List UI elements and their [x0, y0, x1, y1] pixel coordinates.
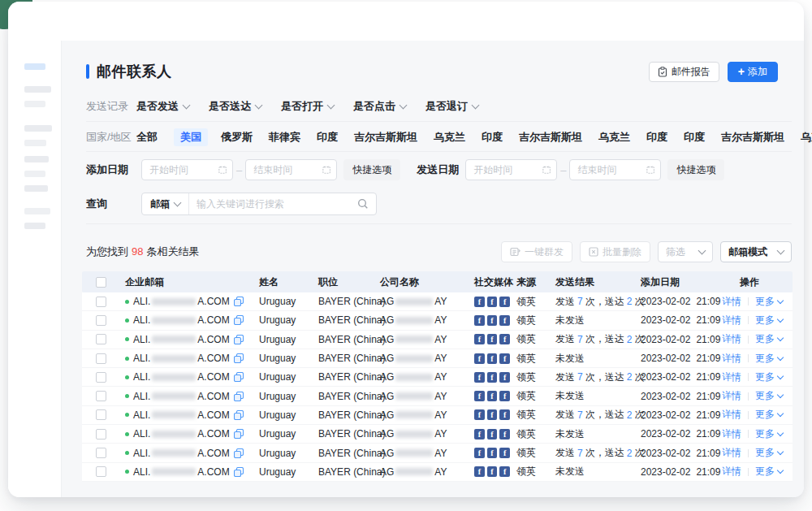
more-link[interactable]: 更多: [755, 465, 783, 479]
row-checkbox[interactable]: [96, 409, 106, 420]
send-filter-dropdown[interactable]: 是否点击: [353, 99, 406, 114]
detail-link[interactable]: 详情: [722, 389, 741, 403]
facebook-icon[interactable]: f: [499, 409, 510, 420]
sidebar-item-skeleton[interactable]: [24, 208, 50, 214]
facebook-icon[interactable]: f: [474, 297, 485, 307]
send-filter-dropdown[interactable]: 是否打开: [281, 99, 334, 114]
add-date-end-input[interactable]: [245, 159, 337, 180]
copy-icon[interactable]: [234, 448, 244, 458]
detail-link[interactable]: 详情: [722, 295, 741, 309]
country-option[interactable]: 吉尔吉斯斯坦: [721, 130, 784, 145]
facebook-icon[interactable]: f: [499, 448, 510, 458]
facebook-icon[interactable]: f: [487, 448, 498, 458]
row-checkbox[interactable]: [96, 448, 106, 458]
facebook-icon[interactable]: f: [487, 429, 498, 440]
copy-icon[interactable]: [234, 315, 244, 325]
facebook-icon[interactable]: f: [487, 409, 498, 420]
detail-link[interactable]: 详情: [722, 332, 741, 346]
country-option[interactable]: 美国: [174, 128, 208, 146]
facebook-icon[interactable]: f: [474, 466, 485, 477]
search-icon[interactable]: [357, 198, 369, 210]
country-option[interactable]: 吉尔吉斯斯坦: [354, 130, 417, 145]
sidebar-item-skeleton[interactable]: [24, 101, 45, 107]
sidebar-item-skeleton[interactable]: [24, 86, 51, 93]
facebook-icon[interactable]: f: [487, 391, 498, 401]
copy-icon[interactable]: [234, 335, 244, 344]
facebook-icon[interactable]: f: [499, 297, 510, 307]
more-link[interactable]: 更多: [755, 408, 783, 422]
sidebar-item-skeleton[interactable]: [24, 140, 46, 146]
copy-icon[interactable]: [234, 392, 244, 401]
facebook-icon[interactable]: f: [499, 466, 510, 477]
country-option[interactable]: 全部: [136, 130, 158, 145]
copy-icon[interactable]: [234, 372, 244, 382]
copy-icon[interactable]: [234, 353, 244, 363]
copy-icon[interactable]: [234, 297, 244, 306]
facebook-icon[interactable]: f: [474, 409, 485, 420]
country-option[interactable]: 印度: [482, 130, 503, 145]
facebook-icon[interactable]: f: [474, 334, 485, 344]
mail-report-button[interactable]: 邮件报告: [649, 62, 719, 82]
row-checkbox[interactable]: [96, 315, 106, 326]
row-checkbox[interactable]: [96, 466, 106, 477]
send-filter-dropdown[interactable]: 是否发送: [136, 99, 189, 114]
sidebar-item-skeleton[interactable]: [24, 185, 48, 192]
send-date-end-input[interactable]: [569, 159, 661, 180]
facebook-icon[interactable]: f: [474, 429, 485, 440]
sidebar-item-skeleton[interactable]: [24, 171, 45, 177]
send-date-quick-options-button[interactable]: 快捷选项: [667, 159, 724, 180]
detail-link[interactable]: 详情: [722, 370, 741, 384]
country-option[interactable]: 印度: [684, 130, 705, 145]
facebook-icon[interactable]: f: [499, 334, 510, 344]
detail-link[interactable]: 详情: [722, 446, 741, 460]
facebook-icon[interactable]: f: [487, 315, 498, 326]
copy-icon[interactable]: [234, 429, 244, 439]
more-link[interactable]: 更多: [755, 370, 783, 384]
country-option[interactable]: 印度: [317, 130, 338, 145]
facebook-icon[interactable]: f: [487, 334, 498, 344]
more-link[interactable]: 更多: [755, 332, 783, 346]
country-option[interactable]: 乌克兰: [801, 130, 812, 145]
detail-link[interactable]: 详情: [722, 465, 741, 479]
row-checkbox[interactable]: [96, 391, 106, 401]
sidebar-item-skeleton[interactable]: [24, 223, 45, 229]
row-checkbox[interactable]: [96, 297, 106, 307]
copy-icon[interactable]: [234, 410, 244, 420]
sidebar-item-skeleton[interactable]: [24, 156, 49, 162]
facebook-icon[interactable]: f: [487, 297, 498, 307]
facebook-icon[interactable]: f: [499, 353, 510, 364]
bulk-delete-button[interactable]: 批量删除: [580, 241, 650, 262]
row-checkbox[interactable]: [96, 334, 106, 344]
country-option[interactable]: 乌克兰: [434, 130, 465, 145]
facebook-icon[interactable]: f: [499, 391, 510, 401]
country-option[interactable]: 乌克兰: [598, 130, 630, 145]
country-option[interactable]: 菲律宾: [269, 130, 300, 145]
mailbox-mode-select[interactable]: 邮箱模式: [720, 241, 792, 262]
sidebar-item-active-skeleton[interactable]: [24, 63, 45, 70]
facebook-icon[interactable]: f: [499, 429, 510, 440]
query-field-select[interactable]: 邮箱: [142, 193, 189, 214]
send-filter-dropdown[interactable]: 是否送达: [209, 99, 261, 114]
row-checkbox[interactable]: [96, 353, 106, 364]
facebook-icon[interactable]: f: [474, 353, 485, 364]
detail-link[interactable]: 详情: [722, 408, 741, 422]
more-link[interactable]: 更多: [755, 427, 783, 441]
bulk-send-button[interactable]: 一键群发: [501, 241, 572, 262]
add-date-start-input[interactable]: [141, 159, 233, 180]
facebook-icon[interactable]: f: [499, 315, 510, 326]
select-all-checkbox[interactable]: [96, 277, 106, 288]
country-option[interactable]: 俄罗斯: [221, 130, 253, 145]
row-checkbox[interactable]: [96, 372, 106, 383]
search-input[interactable]: [189, 198, 357, 210]
more-link[interactable]: 更多: [755, 314, 783, 327]
country-option[interactable]: 印度: [646, 130, 667, 145]
copy-icon[interactable]: [234, 467, 244, 477]
country-option[interactable]: 吉尔吉斯斯坦: [519, 130, 582, 145]
more-link[interactable]: 更多: [755, 295, 783, 309]
detail-link[interactable]: 详情: [722, 314, 741, 327]
facebook-icon[interactable]: f: [487, 353, 498, 364]
facebook-icon[interactable]: f: [487, 372, 498, 383]
facebook-icon[interactable]: f: [474, 391, 485, 401]
filter-select[interactable]: 筛选: [658, 241, 713, 262]
facebook-icon[interactable]: f: [474, 372, 485, 383]
